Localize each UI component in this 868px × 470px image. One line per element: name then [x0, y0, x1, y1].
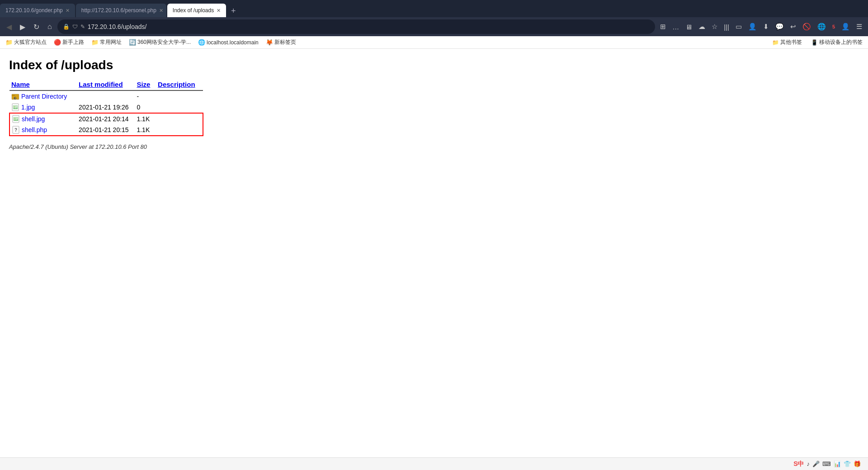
svg-point-5	[14, 106, 15, 108]
bookmark-1[interactable]: 🔴 新手上路	[52, 38, 86, 47]
bookmark-mobile-icon: 📱	[811, 39, 818, 46]
cell-size: 0	[137, 102, 158, 113]
cell-last-modified: 2021-01-21 20:14	[79, 113, 137, 124]
bookmark-5[interactable]: 🦊 新标签页	[264, 38, 298, 47]
col-header-size[interactable]: Size	[137, 80, 158, 90]
bookmark-mobile[interactable]: 📱 移动设备上的书签	[809, 38, 864, 47]
tab-3-close[interactable]: ✕	[217, 8, 221, 14]
toolbar-right: ⊞ … 🖥 ☁ ☆ ||| ▭ 👤 ⬇ 💬 ↩ 🚫 🌐 5 👤 ☰	[658, 21, 864, 32]
reload-button[interactable]: ↻	[31, 21, 42, 33]
toolbar-search-icon[interactable]: ⊞	[658, 21, 668, 32]
bookmark-4-label: localhost.localdomain	[207, 39, 259, 46]
address-bar-wrap: 🔒 🛡 ✎	[57, 19, 656, 34]
bookmark-other-label: 其他书签	[780, 38, 802, 46]
bookmark-3-icon: 🔄	[129, 39, 136, 46]
bookmark-0-label: 火狐官方站点	[14, 38, 47, 46]
col-header-name[interactable]: Name	[9, 80, 79, 90]
tab-3[interactable]: Index of /uploads ✕	[167, 4, 226, 17]
page-content: Index of /uploads Name Last modified Siz…	[0, 49, 868, 457]
bookmarks-bar: 📁 火狐官方站点 🔴 新手上路 📁 常用网址 🔄 360网络安全大学-学... …	[0, 36, 868, 49]
cell-description	[158, 90, 203, 102]
cell-description	[158, 102, 203, 113]
address-input[interactable]	[88, 23, 650, 30]
toolbar-download-icon[interactable]: ⬇	[761, 21, 771, 32]
lock-icon: 🔒	[63, 24, 70, 30]
file-icon	[11, 103, 19, 111]
bookmarks-right: 📁 其他书签 📱 移动设备上的书签	[770, 38, 864, 47]
forward-button[interactable]: ▶	[17, 21, 28, 33]
file-icon	[11, 92, 19, 100]
svg-point-8	[14, 118, 16, 119]
bookmark-mobile-label: 移动设备上的书签	[819, 38, 863, 46]
bookmark-2-icon: 📁	[91, 39, 99, 46]
cell-name: ? shell.php	[9, 124, 79, 136]
toolbar-back2-icon[interactable]: ↩	[788, 21, 798, 32]
cell-description	[158, 124, 203, 136]
tab-2-close[interactable]: ✕	[159, 8, 163, 14]
tab-2-label: http://172.20.10.6/personel.php	[81, 7, 156, 14]
new-tab-button[interactable]: +	[227, 5, 240, 17]
table-row: 1.jpg2021-01-21 19:260	[9, 102, 203, 113]
cell-name: 1.jpg	[9, 102, 79, 113]
bookmark-4-icon: 🌐	[198, 39, 205, 46]
bookmark-1-icon: 🔴	[54, 39, 61, 46]
bookmark-0-icon: 📁	[5, 39, 13, 46]
toolbar-user2-icon[interactable]: 👤	[839, 21, 852, 32]
toolbar-block-icon[interactable]: 🚫	[800, 21, 813, 32]
page-title: Index of /uploads	[9, 58, 859, 72]
browser-chrome: 172.20.10.6/gonder.php ✕ http://172.20.1…	[0, 0, 868, 49]
col-header-last-modified[interactable]: Last modified	[79, 80, 137, 90]
toolbar: ◀ ▶ ↻ ⌂ 🔒 🛡 ✎ ⊞ … 🖥 ☁ ☆ ||| ▭ 👤 ⬇ 💬 ↩ 🚫 …	[0, 17, 868, 36]
toolbar-book-icon[interactable]: |||	[722, 22, 731, 32]
cell-size: 1.1K	[137, 113, 158, 124]
toolbar-monitor-icon[interactable]: 🖥	[683, 22, 694, 32]
bookmark-other[interactable]: 📁 其他书签	[770, 38, 804, 47]
cell-description	[158, 113, 203, 124]
table-header-row: Name Last modified Size Description	[9, 80, 203, 90]
toolbar-ellipsis[interactable]: …	[670, 22, 681, 32]
bookmark-2[interactable]: 📁 常用网址	[90, 38, 123, 47]
cell-name: shell.jpg	[9, 113, 79, 124]
cell-size: -	[137, 90, 158, 102]
table-row: shell.jpg2021-01-21 20:141.1K	[9, 113, 203, 124]
cell-name: Parent Directory	[9, 90, 79, 102]
back-button[interactable]: ◀	[4, 21, 14, 33]
tab-bar: 172.20.10.6/gonder.php ✕ http://172.20.1…	[0, 0, 868, 17]
table-row: ? shell.php2021-01-21 20:151.1K	[9, 124, 203, 136]
file-link[interactable]: Parent Directory	[21, 93, 67, 100]
toolbar-globe-icon[interactable]: 🌐	[815, 21, 828, 32]
tab-3-label: Index of /uploads	[173, 7, 214, 14]
bookmark-4[interactable]: 🌐 localhost.localdomain	[196, 38, 260, 46]
col-header-description[interactable]: Description	[158, 80, 203, 90]
tab-1-close[interactable]: ✕	[66, 8, 70, 14]
directory-table: Name Last modified Size Description Pare…	[9, 80, 203, 136]
cell-last-modified	[79, 90, 137, 102]
cell-last-modified: 2021-01-21 19:26	[79, 102, 137, 113]
svg-text:?: ?	[14, 128, 17, 133]
bookmark-0[interactable]: 📁 火狐官方站点	[4, 38, 48, 47]
bookmark-3-label: 360网络安全大学-学...	[137, 38, 191, 46]
pen-icon: ✎	[80, 24, 85, 30]
toolbar-panel-icon[interactable]: ▭	[733, 21, 744, 32]
tab-1-label: 172.20.10.6/gonder.php	[5, 7, 63, 14]
bookmark-other-icon: 📁	[772, 39, 779, 46]
toolbar-menu-icon[interactable]: ☰	[854, 21, 864, 32]
toolbar-star-icon[interactable]: ☆	[709, 21, 720, 32]
tab-1[interactable]: 172.20.10.6/gonder.php ✕	[0, 4, 75, 17]
cell-last-modified: 2021-01-21 20:15	[79, 124, 137, 136]
bookmark-5-label: 新标签页	[274, 38, 296, 46]
svg-rect-1	[12, 95, 15, 96]
file-link[interactable]: shell.php	[22, 126, 47, 133]
tab-2[interactable]: http://172.20.10.6/personel.php ✕	[76, 4, 166, 17]
file-link[interactable]: 1.jpg	[21, 104, 35, 111]
toolbar-account-icon[interactable]: 👤	[746, 21, 759, 32]
bookmark-3[interactable]: 🔄 360网络安全大学-学...	[127, 38, 193, 47]
toolbar-chat-icon[interactable]: 💬	[773, 21, 786, 32]
bookmark-1-label: 新手上路	[62, 38, 84, 46]
home-button[interactable]: ⌂	[45, 21, 55, 33]
bookmark-2-label: 常用网址	[100, 38, 122, 46]
shield-icon: 🛡	[72, 24, 78, 30]
file-link[interactable]: shell.jpg	[22, 115, 45, 123]
toolbar-ff-badge[interactable]: 5	[830, 23, 837, 31]
toolbar-cloud-icon[interactable]: ☁	[696, 21, 708, 32]
